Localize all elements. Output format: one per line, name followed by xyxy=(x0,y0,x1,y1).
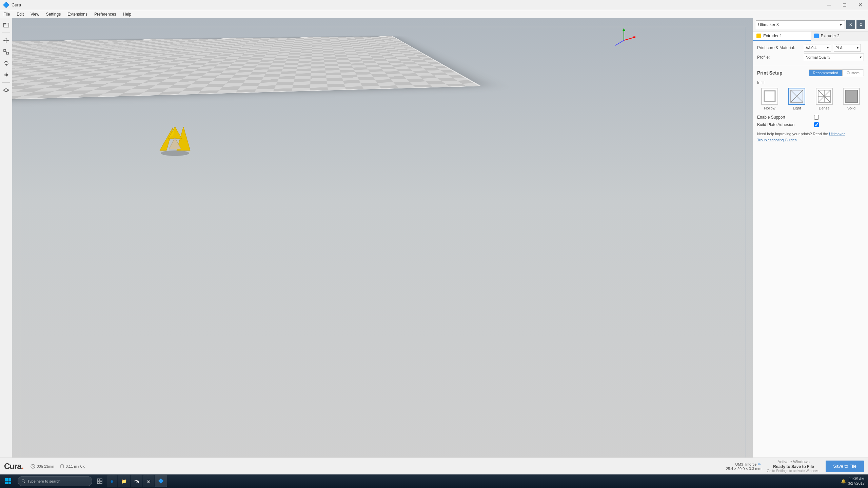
windows-logo-icon xyxy=(5,478,12,485)
infill-light[interactable]: Light xyxy=(784,88,809,110)
infill-dense[interactable]: Dense xyxy=(812,88,837,110)
main-area: Ultimaker 3 ▼ ✕ ⚙ Extruder 1 Extruder 2 … xyxy=(0,18,868,474)
mirror-tool[interactable] xyxy=(1,70,11,80)
taskbar-cura[interactable]: 🔷 xyxy=(155,475,167,487)
material-icon xyxy=(60,464,64,469)
printer-name: Ultimaker 3 xyxy=(758,22,779,27)
svg-rect-1 xyxy=(3,23,6,24)
windows-taskbar: Type here to search e 📁 🛍 ✉ 🔷 🔔 1 xyxy=(0,474,868,488)
adhesion-label: Build Plate Adhesion xyxy=(757,122,811,127)
close-button[interactable]: ✕ xyxy=(852,0,868,10)
svg-line-45 xyxy=(24,482,25,483)
taskbar-store[interactable]: 🛍 xyxy=(131,475,142,487)
svg-point-44 xyxy=(22,480,24,482)
material-select[interactable]: PLA ▼ xyxy=(834,44,861,52)
ready-status: Ready to Save to File xyxy=(773,464,814,469)
print-time: 00h 13min xyxy=(37,464,54,468)
core-arrow: ▼ xyxy=(826,46,829,49)
restore-button[interactable]: □ xyxy=(837,0,852,10)
print-core-label: Print core & Material: xyxy=(757,45,801,50)
menu-file[interactable]: File xyxy=(0,10,13,18)
solid-icon xyxy=(843,88,860,105)
cura-logo-dot: . xyxy=(21,461,24,471)
explorer-icon: 📁 xyxy=(121,479,127,484)
extruder-2-tab[interactable]: Extruder 2 xyxy=(811,32,868,41)
ready-title: Ready to Save to File xyxy=(773,464,814,469)
svg-marker-2 xyxy=(5,38,7,39)
material-arrow: ▼ xyxy=(856,46,859,49)
titlebar-controls: ─ □ ✕ xyxy=(821,0,868,10)
edit-icon[interactable]: ✏ xyxy=(758,462,761,467)
menu-edit[interactable]: Edit xyxy=(13,10,27,18)
taskbar-mail[interactable]: ✉ xyxy=(143,475,154,487)
menu-extensions[interactable]: Extensions xyxy=(64,10,91,18)
printer-settings-btn[interactable]: ✕ xyxy=(846,20,855,29)
task-view-icon xyxy=(97,479,102,484)
printer-dropdown[interactable]: Ultimaker 3 ▼ xyxy=(756,20,845,29)
toolbar-separator-2 xyxy=(2,82,10,83)
menu-view[interactable]: View xyxy=(27,10,43,18)
activate-title: Activate Windows xyxy=(777,460,810,464)
cura-logo-text: Cura xyxy=(4,462,21,471)
core-value: AA 0.4 xyxy=(806,46,816,50)
taskbar-edge[interactable]: e xyxy=(107,475,117,487)
task-view-button[interactable] xyxy=(94,474,106,488)
minimize-button[interactable]: ─ xyxy=(821,0,837,10)
menu-preferences[interactable]: Preferences xyxy=(91,10,120,18)
search-placeholder: Type here to search xyxy=(27,479,60,483)
taskbar-search[interactable]: Type here to search xyxy=(18,476,92,486)
start-button[interactable] xyxy=(0,474,16,488)
extruder-1-tab[interactable]: Extruder 1 xyxy=(753,32,811,41)
system-tray: 🔔 11:35 AM 3/27/2017 xyxy=(837,477,868,486)
notification-icon[interactable]: 🔔 xyxy=(841,479,846,484)
mail-icon: ✉ xyxy=(146,479,151,484)
search-icon xyxy=(21,479,25,483)
material-stat: 0.11 m / 0 g xyxy=(60,464,85,469)
svg-rect-25 xyxy=(764,91,775,102)
save-to-file-button[interactable]: Save to File xyxy=(826,461,864,472)
edge-icon: e xyxy=(111,478,114,484)
printer-manage-btn[interactable]: ⚙ xyxy=(856,20,865,29)
custom-tab[interactable]: Custom xyxy=(842,70,864,76)
recommended-tab[interactable]: Recommended xyxy=(809,70,843,76)
adhesion-checkbox[interactable] xyxy=(814,122,819,127)
svg-marker-3 xyxy=(5,42,7,43)
menu-settings[interactable]: Settings xyxy=(43,10,64,18)
triforce-model[interactable] xyxy=(155,123,195,158)
open-tool[interactable] xyxy=(1,20,11,30)
infill-hollow[interactable]: Hollow xyxy=(757,88,782,110)
setup-tabs: Recommended Custom xyxy=(809,69,864,76)
model-name-row: UM3 Triforce ✏ xyxy=(735,462,762,467)
rotate-tool[interactable] xyxy=(1,58,11,68)
svg-marker-11 xyxy=(4,73,6,77)
support-checkbox[interactable] xyxy=(814,115,819,120)
profile-select[interactable]: Normal Quality ▼ xyxy=(804,54,864,61)
print-stats: 00h 13min 0.11 m / 0 g xyxy=(31,464,726,469)
svg-marker-12 xyxy=(6,73,8,77)
svg-rect-46 xyxy=(97,479,99,481)
core-select[interactable]: AA 0.4 ▼ xyxy=(804,44,831,52)
troubleshoot-prefix: Need help improving your prints? Read th… xyxy=(757,132,828,136)
svg-line-18 xyxy=(615,40,624,45)
svg-marker-15 xyxy=(633,36,636,38)
dense-label: Dense xyxy=(819,106,830,110)
view-tool[interactable] xyxy=(1,85,11,95)
svg-rect-49 xyxy=(100,482,102,484)
hollow-pattern xyxy=(763,89,776,103)
grid-background xyxy=(12,36,481,113)
menu-help[interactable]: Help xyxy=(120,10,135,18)
solid-pattern xyxy=(845,89,858,103)
scale-tool[interactable] xyxy=(1,47,11,57)
infill-section: Infill Hollow xyxy=(757,80,864,110)
activate-hint: Go to Settings to activate Windows. xyxy=(767,469,820,473)
support-row: Enable Support xyxy=(757,115,864,120)
svg-rect-41 xyxy=(8,478,11,481)
infill-solid[interactable]: Solid xyxy=(839,88,864,110)
extruder-2-label: Extruder 2 xyxy=(821,34,840,38)
taskbar-explorer[interactable]: 📁 xyxy=(118,475,130,487)
move-tool[interactable] xyxy=(1,35,11,45)
triforce-svg xyxy=(155,123,195,157)
svg-marker-5 xyxy=(7,40,9,41)
printer-dropdown-arrow: ▼ xyxy=(839,23,843,27)
viewport[interactable] xyxy=(12,18,753,474)
